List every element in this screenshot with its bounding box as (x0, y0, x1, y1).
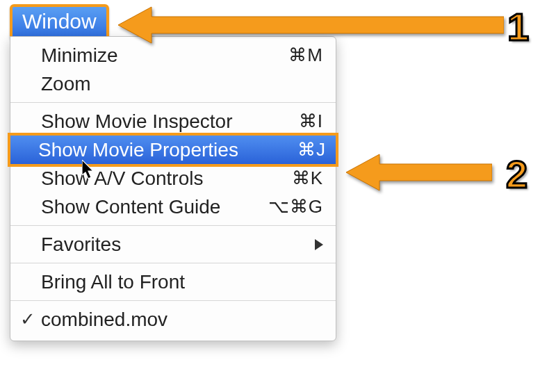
window-menu: Minimize ⌘M Zoom Show Movie Inspector ⌘I… (10, 36, 336, 341)
menubar-window-title[interactable]: Window (10, 4, 109, 40)
menu-item-label: Show A/V Controls (41, 168, 292, 190)
checkmark-icon: ✓ (20, 309, 35, 330)
menu-item-shortcut: ⌥⌘G (268, 196, 323, 218)
menu-item-shortcut: ⌘J (297, 139, 326, 161)
annotation-arrow-icon (118, 6, 504, 44)
svg-marker-0 (82, 160, 93, 179)
svg-marker-1 (118, 7, 504, 43)
menu-item-label: Favorites (41, 234, 315, 256)
menu-item-shortcut: ⌘M (288, 44, 323, 66)
menu-separator (10, 300, 336, 301)
menu-item-bring-all-to-front[interactable]: Bring All to Front (10, 268, 336, 296)
menu-item-minimize[interactable]: Minimize ⌘M (10, 41, 336, 70)
svg-marker-2 (346, 154, 492, 190)
annotation-step-number: 2 (506, 152, 528, 197)
annotation-step-number: 1 (507, 4, 529, 49)
menu-separator (10, 102, 336, 103)
mouse-cursor-icon (82, 160, 97, 181)
menu-item-label: Minimize (41, 44, 288, 67)
menu-item-label: Zoom (41, 73, 323, 95)
menu-separator (10, 225, 336, 226)
menu-item-label: Show Content Guide (41, 196, 268, 218)
menu-item-show-movie-inspector[interactable]: Show Movie Inspector ⌘I (10, 107, 336, 136)
menu-item-zoom[interactable]: Zoom (10, 70, 336, 98)
menu-item-shortcut: ⌘K (292, 168, 323, 189)
menu-item-label: combined.mov (41, 309, 323, 331)
menu-separator (10, 263, 336, 263)
submenu-arrow-icon (315, 239, 323, 250)
menu-item-show-content-guide[interactable]: Show Content Guide ⌥⌘G (10, 193, 336, 221)
annotation-arrow-icon (346, 153, 492, 192)
menu-item-shortcut: ⌘I (299, 111, 323, 132)
menu-item-label: Bring All to Front (41, 271, 323, 293)
menu-item-label: Show Movie Inspector (41, 111, 299, 133)
menu-item-show-av-controls[interactable]: Show A/V Controls ⌘K (10, 164, 336, 193)
menu-item-favorites[interactable]: Favorites (10, 230, 336, 259)
menu-item-combined-mov[interactable]: ✓ combined.mov (10, 305, 336, 334)
menu-item-show-movie-properties[interactable]: Show Movie Properties ⌘J (8, 133, 338, 167)
menu-item-label: Show Movie Properties (38, 139, 297, 161)
